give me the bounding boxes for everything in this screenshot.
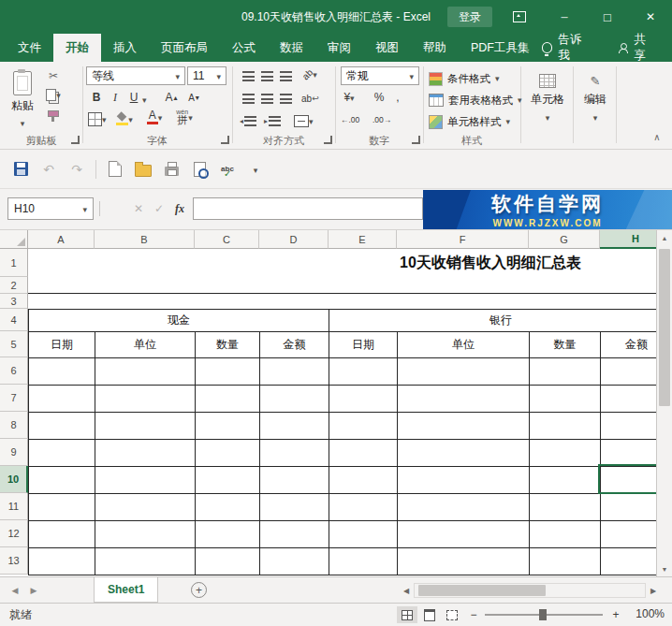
cell[interactable] (329, 467, 398, 494)
zoom-out-button[interactable] (466, 607, 481, 622)
row-header[interactable]: 1 (0, 249, 28, 277)
format-painter-button[interactable] (45, 105, 62, 122)
cell[interactable] (329, 413, 398, 440)
align-left-button[interactable] (240, 90, 256, 107)
conditional-formatting-button[interactable]: 条件格式 (429, 69, 500, 88)
number-format-combo[interactable]: 常规 (341, 66, 419, 85)
font-color-button[interactable]: A (146, 109, 163, 125)
cell-styles-button[interactable]: 单元格样式 (429, 112, 510, 131)
cell[interactable] (530, 521, 601, 548)
cell[interactable] (196, 358, 260, 386)
row-header[interactable]: 9 (0, 439, 28, 466)
format-as-table-button[interactable]: 套用表格格式 (429, 91, 522, 109)
cell[interactable] (29, 467, 95, 494)
cell[interactable] (530, 413, 601, 440)
sheet-nav-prev-icon[interactable] (7, 583, 22, 598)
cell[interactable] (530, 548, 601, 575)
add-sheet-button[interactable] (191, 582, 207, 598)
cell[interactable] (260, 521, 329, 548)
cell[interactable] (398, 548, 530, 575)
tab-review[interactable]: 审阅 (315, 34, 363, 62)
section-header-cell[interactable]: 现金 (29, 310, 329, 332)
select-all-corner[interactable] (0, 230, 28, 249)
number-dialog-launcher-icon[interactable] (412, 136, 420, 144)
page-break-view-button[interactable] (442, 606, 462, 623)
cell[interactable] (398, 440, 530, 467)
cell[interactable] (95, 467, 196, 494)
phonetic-guide-button[interactable]: wén 拼 (176, 109, 193, 125)
scroll-up-icon[interactable] (657, 230, 672, 245)
maximize-button[interactable] (586, 0, 629, 34)
zoom-slider[interactable] (485, 614, 603, 616)
decrease-decimal-button[interactable]: .00→ (373, 111, 391, 128)
column-header[interactable]: G (529, 230, 600, 249)
cell[interactable] (196, 548, 260, 575)
cell[interactable] (196, 467, 260, 494)
underline-button[interactable]: U (125, 89, 142, 106)
open-button[interactable] (132, 158, 154, 181)
row-header[interactable]: 2 (0, 277, 28, 294)
row-header[interactable]: 8 (0, 412, 28, 439)
merge-center-button[interactable] (294, 112, 314, 129)
cell[interactable] (95, 358, 196, 386)
row-header[interactable]: 7 (0, 385, 28, 412)
column-header[interactable]: E (329, 230, 397, 249)
align-bottom-button[interactable] (277, 67, 294, 84)
column-header[interactable]: A (28, 230, 95, 249)
cell[interactable] (260, 494, 329, 521)
name-box[interactable]: H10 (7, 197, 94, 220)
cell[interactable] (398, 358, 530, 386)
cell[interactable] (260, 386, 329, 413)
font-size-combo[interactable]: 11 (187, 66, 226, 85)
share-button[interactable]: 共享 (619, 32, 657, 64)
cell[interactable] (398, 521, 530, 548)
increase-font-size-button[interactable]: A▴ (163, 89, 180, 106)
row-header[interactable]: 13 (0, 547, 28, 575)
tell-me-button[interactable]: 告诉我 (542, 32, 593, 64)
cell[interactable] (329, 386, 398, 413)
horizontal-scrollbar[interactable] (414, 583, 646, 598)
paste-button[interactable]: 粘贴 (4, 66, 41, 131)
cell[interactable] (95, 413, 196, 440)
increase-decimal-button[interactable]: ←.00 (341, 111, 359, 128)
cell[interactable] (329, 521, 398, 548)
row-header[interactable]: 4 (0, 309, 28, 331)
tab-formulas[interactable]: 公式 (220, 34, 268, 62)
cell[interactable] (530, 494, 601, 521)
hscroll-right-icon[interactable] (646, 583, 661, 598)
section-header-cell[interactable]: 银行 (329, 310, 672, 332)
sheet-nav-next-icon[interactable] (26, 583, 41, 598)
minimize-button[interactable] (543, 0, 586, 34)
tab-insert[interactable]: 插入 (101, 34, 149, 62)
undo-button[interactable] (37, 158, 60, 181)
table-header-cell[interactable]: 数量 (196, 332, 260, 358)
cell[interactable] (329, 494, 398, 521)
align-right-button[interactable] (277, 90, 294, 107)
cancel-button[interactable] (129, 197, 148, 220)
row-header[interactable]: 12 (0, 520, 28, 547)
vertical-scrollbar[interactable] (656, 230, 672, 576)
collapse-ribbon-icon[interactable] (650, 129, 665, 144)
row-header[interactable]: 5 (0, 331, 28, 357)
row-header[interactable]: 10 (0, 466, 28, 493)
table-header-cell[interactable]: 日期 (29, 332, 95, 358)
spelling-button[interactable]: abc (216, 158, 239, 181)
column-header[interactable]: D (259, 230, 329, 249)
fill-color-button[interactable] (116, 110, 133, 127)
bold-button[interactable]: B (88, 89, 105, 106)
row-header[interactable]: 6 (0, 357, 28, 385)
table-header-cell[interactable]: 单位 (95, 332, 196, 358)
tab-page-layout[interactable]: 页面布局 (149, 34, 220, 62)
cell[interactable] (29, 521, 95, 548)
cell[interactable] (398, 494, 530, 521)
align-middle-button[interactable] (258, 67, 275, 84)
cell[interactable] (29, 548, 95, 575)
cell[interactable] (260, 440, 329, 467)
print-preview-button[interactable] (188, 158, 211, 181)
cell[interactable] (196, 494, 260, 521)
normal-view-button[interactable] (397, 606, 417, 623)
column-header[interactable]: B (95, 230, 195, 249)
cell[interactable] (29, 386, 95, 413)
font-name-combo[interactable]: 等线 (86, 66, 185, 85)
vertical-scroll-thumb[interactable] (659, 249, 670, 406)
